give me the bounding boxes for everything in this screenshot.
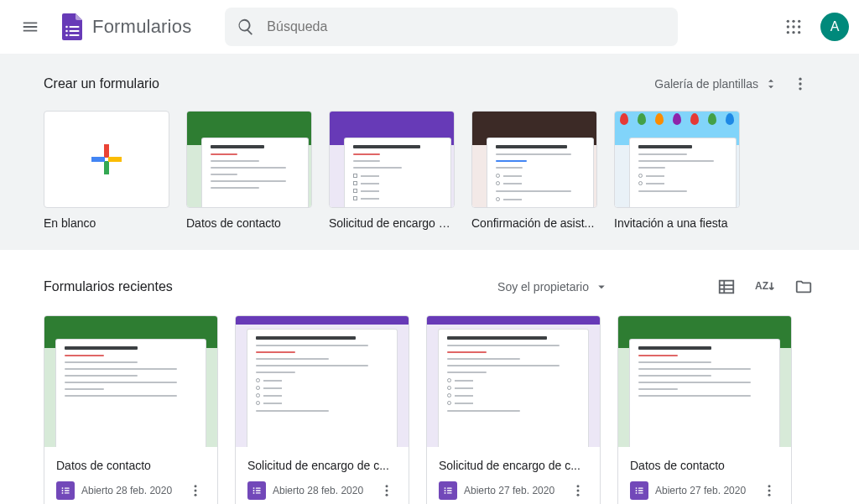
svg-point-14 xyxy=(798,31,800,34)
svg-point-44 xyxy=(386,494,388,496)
more-vert-icon xyxy=(379,483,394,498)
svg-point-45 xyxy=(445,487,446,489)
more-vert-icon xyxy=(570,483,586,498)
search-input[interactable] xyxy=(267,19,666,34)
form-card[interactable]: Solicitud de encargo de c... Abierto 28 … xyxy=(235,315,409,504)
svg-point-56 xyxy=(636,490,638,491)
open-file-picker-button[interactable] xyxy=(792,275,815,299)
owner-filter-label: Soy el propietario xyxy=(497,280,589,294)
svg-rect-46 xyxy=(447,487,452,488)
form-more-button[interactable] xyxy=(568,481,588,501)
svg-rect-37 xyxy=(256,487,261,488)
form-more-button[interactable] xyxy=(759,481,779,501)
template-gallery-header: Crear un formulario Galería de plantilla… xyxy=(44,69,815,99)
form-thumb xyxy=(44,316,217,447)
form-card[interactable]: Datos de contacto Abierto 27 feb. 2020 xyxy=(617,315,792,504)
svg-point-4 xyxy=(65,34,68,37)
svg-rect-50 xyxy=(447,492,452,493)
svg-rect-5 xyxy=(70,34,80,36)
svg-point-8 xyxy=(798,20,800,23)
svg-point-7 xyxy=(792,20,794,23)
template-card-contact[interactable]: Datos de contacto xyxy=(186,111,312,230)
account-avatar[interactable]: A xyxy=(820,13,849,41)
template-caption: Solicitud de encargo d... xyxy=(329,216,455,230)
forms-type-icon xyxy=(56,481,75,500)
folder-icon xyxy=(794,278,813,296)
svg-point-58 xyxy=(636,492,638,494)
template-caption: Invitación a una fiesta xyxy=(614,216,740,230)
svg-point-12 xyxy=(787,31,789,34)
apps-grid-icon xyxy=(785,18,802,35)
form-opened-date: Abierto 27 feb. 2020 xyxy=(655,485,752,496)
svg-point-0 xyxy=(65,26,68,29)
svg-rect-57 xyxy=(638,490,643,491)
svg-rect-59 xyxy=(638,492,643,493)
template-gallery-expand-button[interactable]: Galería de plantillas xyxy=(648,71,785,96)
form-card[interactable]: Solicitud de encargo de c... Abierto 27 … xyxy=(426,315,601,504)
list-view-icon xyxy=(717,278,736,296)
svg-point-9 xyxy=(787,25,789,28)
forms-type-icon xyxy=(247,481,266,500)
sort-az-icon: AZ xyxy=(755,278,775,296)
template-caption: En blanco xyxy=(44,216,169,230)
svg-point-15 xyxy=(799,78,801,81)
svg-rect-32 xyxy=(65,492,70,493)
svg-point-10 xyxy=(792,25,794,28)
svg-point-61 xyxy=(768,490,771,492)
list-view-button[interactable] xyxy=(715,275,738,299)
owner-filter-dropdown[interactable]: Soy el propietario xyxy=(492,276,614,298)
form-more-button[interactable] xyxy=(185,481,206,501)
main-menu-button[interactable] xyxy=(10,7,50,47)
svg-point-35 xyxy=(195,494,197,496)
svg-point-17 xyxy=(799,87,801,90)
hamburger-icon xyxy=(21,18,39,36)
template-thumb xyxy=(186,111,312,208)
template-gallery-heading: Crear un formulario xyxy=(44,76,159,91)
forms-logo-icon xyxy=(57,12,87,42)
svg-point-36 xyxy=(253,487,255,489)
template-thumb xyxy=(44,111,169,208)
template-row: En blanco Datos de contacto Solicitud de xyxy=(44,111,815,230)
template-gallery-strip: Crear un formulario Galería de plantilla… xyxy=(0,54,859,250)
google-apps-button[interactable] xyxy=(773,7,814,47)
svg-rect-22 xyxy=(720,281,734,294)
search-icon xyxy=(237,18,255,36)
svg-point-38 xyxy=(253,490,255,491)
template-card-blank[interactable]: En blanco xyxy=(44,111,169,230)
svg-point-13 xyxy=(792,31,794,34)
svg-rect-48 xyxy=(447,490,452,491)
template-caption: Confirmación de asist... xyxy=(471,216,597,230)
form-title: Datos de contacto xyxy=(630,459,779,472)
form-card[interactable]: Datos de contacto Abierto 28 feb. 2020 xyxy=(44,315,218,504)
svg-rect-21 xyxy=(108,157,122,162)
svg-rect-55 xyxy=(638,487,643,488)
form-title: Solicitud de encargo de c... xyxy=(247,459,397,472)
svg-rect-1 xyxy=(70,26,80,28)
template-thumb xyxy=(614,111,740,208)
svg-point-31 xyxy=(62,492,64,494)
svg-point-27 xyxy=(62,487,64,489)
form-opened-date: Abierto 28 feb. 2020 xyxy=(273,485,370,496)
form-more-button[interactable] xyxy=(377,481,397,501)
template-gallery-expand-label: Galería de plantillas xyxy=(654,77,758,91)
template-card-rsvp[interactable]: Confirmación de asist... xyxy=(471,111,597,230)
svg-rect-41 xyxy=(256,492,261,493)
forms-type-icon xyxy=(630,481,648,500)
view-controls: AZ xyxy=(715,275,815,299)
sort-az-button[interactable]: AZ xyxy=(753,275,777,299)
svg-point-34 xyxy=(195,490,197,492)
plus-multicolor-icon xyxy=(86,139,127,179)
svg-point-51 xyxy=(577,485,580,487)
template-gallery-more-button[interactable] xyxy=(785,69,815,99)
svg-point-52 xyxy=(577,490,580,492)
svg-rect-30 xyxy=(65,490,70,491)
template-card-party[interactable]: Invitación a una fiesta xyxy=(614,111,740,230)
forms-type-icon xyxy=(439,481,457,500)
app-header: Formularios A xyxy=(0,0,859,54)
dropdown-icon xyxy=(594,279,609,294)
search-bar[interactable] xyxy=(225,8,678,46)
app-logo[interactable]: Formularios xyxy=(57,12,191,42)
form-title: Solicitud de encargo de c... xyxy=(439,459,588,472)
template-card-tshirt[interactable]: Solicitud de encargo d... xyxy=(329,111,455,230)
svg-point-33 xyxy=(195,485,197,487)
